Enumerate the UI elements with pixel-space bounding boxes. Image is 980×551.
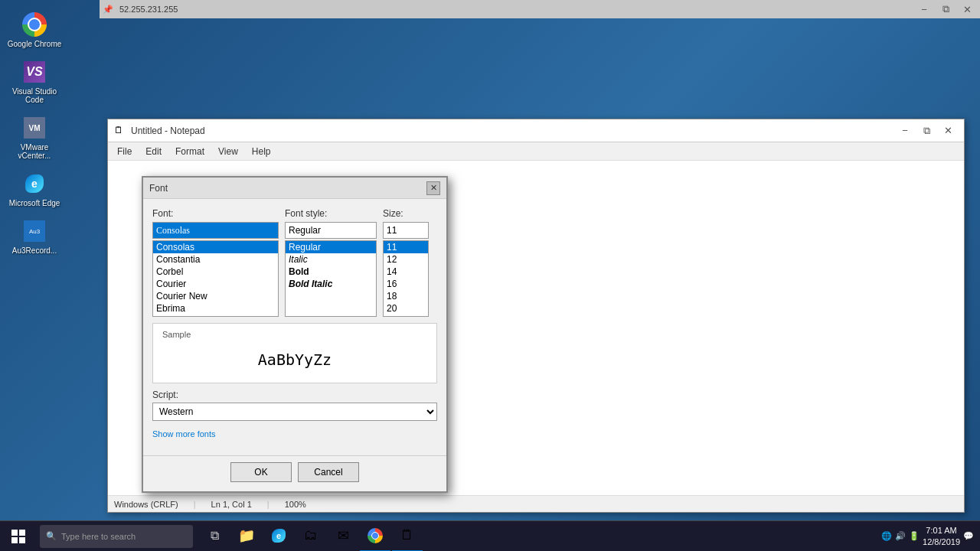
notepad-statusbar: Windows (CRLF) | Ln 1, Col 1 | 100% (108, 495, 964, 512)
rdp-window-controls: − ⧉ ✕ (914, 2, 977, 17)
rdp-info: 📌 52.255.231.255 (103, 5, 178, 15)
dialog-body: Font: Consolas Constantia Corbel Courier… (143, 199, 446, 455)
vmware-label: VMware vCenter... (7, 143, 62, 160)
desktop-icons: Google Chrome VS Visual Studio Code VM V… (0, 0, 69, 520)
taskbar-app-explorer[interactable]: 📁 (231, 521, 262, 552)
dialog-title: Font (149, 183, 168, 194)
style-bold[interactable]: Bold (286, 266, 376, 278)
size-20[interactable]: 20 (384, 302, 428, 315)
font-listbox-item-corbel[interactable]: Corbel (153, 266, 278, 278)
size-input[interactable] (383, 222, 429, 239)
size-12[interactable]: 12 (384, 253, 428, 266)
font-listbox-item-courier-new[interactable]: Courier New (153, 290, 278, 302)
search-placeholder: Type here to search (61, 532, 136, 541)
notepad-close-button[interactable]: ✕ (938, 123, 958, 139)
desktop: Google Chrome VS Visual Studio Code VM V… (0, 0, 980, 551)
dialog-titlebar[interactable]: Font ✕ (143, 178, 446, 199)
notepad-minimize-button[interactable]: − (895, 123, 915, 139)
rdp-ip: 52.255.231.255 (119, 5, 178, 14)
status-zoom: 100% (285, 500, 306, 509)
font-input[interactable] (152, 222, 279, 239)
status-encoding: Windows (CRLF) (114, 500, 178, 509)
taskbar: 🔍 Type here to search ⧉ 📁 e 🗂 ✉ � (0, 520, 980, 551)
font-listbox[interactable]: Consolas Constantia Corbel Courier Couri… (152, 240, 279, 317)
menu-file[interactable]: File (111, 145, 138, 158)
chrome-icon (21, 11, 48, 38)
taskbar-time: 7:01 AM (923, 525, 960, 536)
search-icon: 🔍 (46, 531, 57, 541)
size-11[interactable]: 11 (384, 241, 428, 253)
taskbar-clock[interactable]: 7:01 AM 12/8/2019 (923, 525, 960, 547)
size-listbox[interactable]: 11 12 14 16 18 20 22 (383, 240, 429, 317)
font-listbox-item-courier[interactable]: Courier (153, 278, 278, 290)
menu-help[interactable]: Help (246, 145, 277, 158)
taskbar-tray: 🌐 🔊 🔋 7:01 AM 12/8/2019 💬 (875, 525, 980, 547)
taskbar-app-notepad[interactable]: 🗒 (392, 521, 423, 552)
status-sep2: | (267, 500, 270, 509)
files-icon: 🗂 (304, 527, 318, 543)
mail-icon: ✉ (338, 527, 349, 544)
ok-button[interactable]: OK (230, 462, 292, 482)
notepad-taskbar-icon: 🗒 (400, 527, 414, 543)
size-18[interactable]: 18 (384, 290, 428, 302)
style-regular[interactable]: Regular (286, 241, 376, 253)
font-dialog: Font ✕ Font: Consolas Constantia Corbel … (142, 176, 448, 493)
size-16[interactable]: 16 (384, 278, 428, 290)
script-label: Script: (152, 390, 437, 400)
font-listbox-item-constantia[interactable]: Constantia (153, 253, 278, 266)
desktop-icon-edge[interactable]: e Microsoft Edge (4, 167, 65, 210)
rdp-minimize-button[interactable]: − (914, 2, 934, 17)
start-button[interactable] (0, 521, 37, 552)
vscode-label: Visual Studio Code (7, 87, 62, 104)
network-icon: 🌐 (881, 531, 892, 541)
sample-section: Sample AaBbYyZz (152, 323, 437, 383)
taskbar-apps: ⧉ 📁 e 🗂 ✉ 🗒 (196, 521, 875, 552)
style-italic[interactable]: Italic (286, 253, 376, 266)
menu-edit[interactable]: Edit (139, 145, 168, 158)
font-column-label: Font: (152, 208, 279, 219)
dialog-close-button[interactable]: ✕ (426, 181, 440, 195)
style-bold-italic[interactable]: Bold Italic (286, 278, 376, 290)
style-input[interactable] (285, 222, 377, 239)
sample-label: Sample (162, 330, 427, 339)
font-listbox-item-consolas[interactable]: Consolas (153, 241, 278, 253)
sample-text: AaBbYyZz (162, 342, 427, 377)
show-more-fonts-link[interactable]: Show more fonts (152, 429, 216, 439)
menu-format[interactable]: Format (169, 145, 211, 158)
taskbar-app-chrome[interactable] (360, 521, 390, 552)
desktop-icon-vmware[interactable]: VM VMware vCenter... (4, 111, 65, 163)
script-select[interactable]: Western Eastern European Cyrillic Greek … (152, 403, 437, 421)
status-sep1: | (194, 500, 196, 509)
taskbar-app-mail[interactable]: ✉ (328, 521, 358, 552)
taskbar-date: 12/8/2019 (923, 536, 960, 547)
font-listbox-item-ebrima[interactable]: Ebrima (153, 302, 278, 315)
desktop-icon-vscode[interactable]: VS Visual Studio Code (4, 55, 65, 107)
rdp-bar: 📌 52.255.231.255 − ⧉ ✕ (100, 0, 980, 18)
vmware-icon: VM (21, 114, 48, 142)
notification-icon[interactable]: 💬 (963, 531, 974, 541)
taskbar-app-edge[interactable]: e (263, 521, 294, 552)
vscode-icon: VS (21, 58, 48, 86)
menu-view[interactable]: View (212, 145, 244, 158)
taskbar-app-task-view[interactable]: ⧉ (199, 521, 230, 552)
notepad-window-controls: − ⧉ ✕ (895, 123, 958, 139)
notepad-icon: 🗒 (114, 125, 126, 137)
rdp-restore-button[interactable]: ⧉ (936, 2, 956, 17)
notepad-restore-button[interactable]: ⧉ (916, 123, 936, 139)
dialog-footer: OK Cancel (143, 455, 446, 491)
size-column-label: Size: (383, 208, 429, 219)
desktop-icon-au3[interactable]: Au3 Au3Record... (4, 214, 65, 258)
size-14[interactable]: 14 (384, 266, 428, 278)
cancel-button[interactable]: Cancel (298, 462, 359, 482)
taskbar-app-files[interactable]: 🗂 (296, 521, 326, 552)
edge-taskbar-icon: e (272, 529, 286, 543)
style-listbox[interactable]: Regular Italic Bold Bold Italic (285, 240, 377, 317)
desktop-icon-chrome[interactable]: Google Chrome (4, 8, 65, 51)
volume-icon: 🔊 (895, 531, 906, 541)
rdp-close-button[interactable]: ✕ (957, 2, 977, 17)
windows-icon (11, 530, 25, 543)
taskbar-search[interactable]: 🔍 Type here to search (40, 525, 193, 548)
size-22[interactable]: 22 (384, 315, 428, 317)
au3-label: Au3Record... (12, 246, 57, 255)
notepad-titlebar: 🗒 Untitled - Notepad − ⧉ ✕ (108, 119, 964, 142)
